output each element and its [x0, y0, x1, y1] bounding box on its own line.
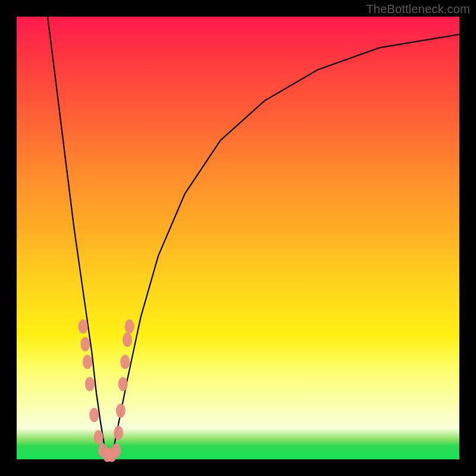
bottleneck-curve: [48, 17, 459, 455]
plot-area: [17, 17, 459, 459]
chart-svg: [17, 17, 459, 459]
highlight-marker: [89, 408, 99, 422]
highlight-marker: [80, 337, 90, 352]
highlight-marker: [125, 320, 134, 334]
watermark-text: TheBottleneck.com: [366, 2, 470, 16]
highlight-marker: [116, 403, 126, 418]
highlight-marker: [79, 320, 88, 334]
highlight-marker: [94, 430, 104, 444]
curve-layer: [48, 17, 459, 455]
highlight-marker: [114, 425, 123, 440]
marker-layer: [79, 320, 134, 462]
highlight-marker: [85, 377, 95, 392]
chart-frame: TheBottleneck.com: [0, 0, 476, 476]
highlight-marker: [118, 377, 128, 392]
highlight-marker: [83, 355, 92, 369]
highlight-marker: [120, 355, 130, 369]
highlight-marker: [111, 443, 121, 458]
highlight-marker: [123, 333, 132, 347]
